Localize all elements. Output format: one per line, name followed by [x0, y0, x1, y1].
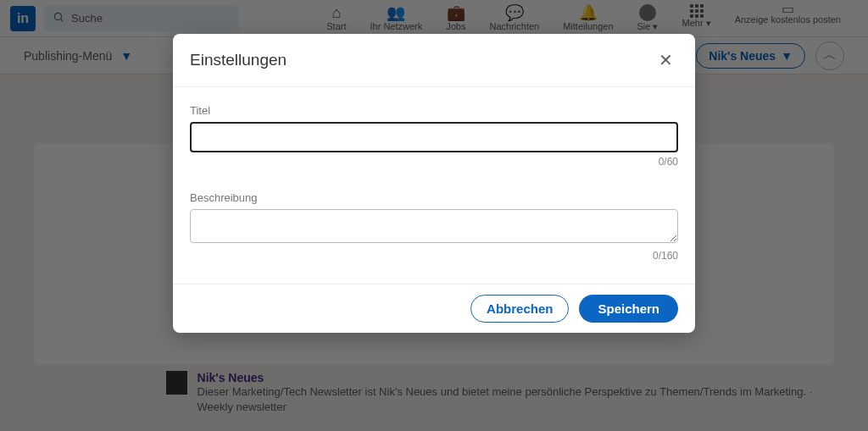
cancel-button[interactable]: Abbrechen — [470, 295, 569, 323]
close-button[interactable]: ✕ — [653, 47, 678, 73]
title-label: Titel — [190, 104, 678, 117]
title-counter: 0/60 — [190, 156, 678, 168]
modal-heading: Einstellungen — [190, 51, 287, 69]
title-input[interactable] — [190, 122, 678, 152]
description-counter: 0/160 — [190, 250, 678, 262]
settings-modal: Einstellungen ✕ Titel 0/60 Beschreibung … — [173, 34, 695, 333]
description-input[interactable] — [190, 209, 678, 243]
close-icon: ✕ — [659, 50, 673, 70]
description-label: Beschreibung — [190, 191, 678, 204]
save-button[interactable]: Speichern — [579, 295, 678, 323]
